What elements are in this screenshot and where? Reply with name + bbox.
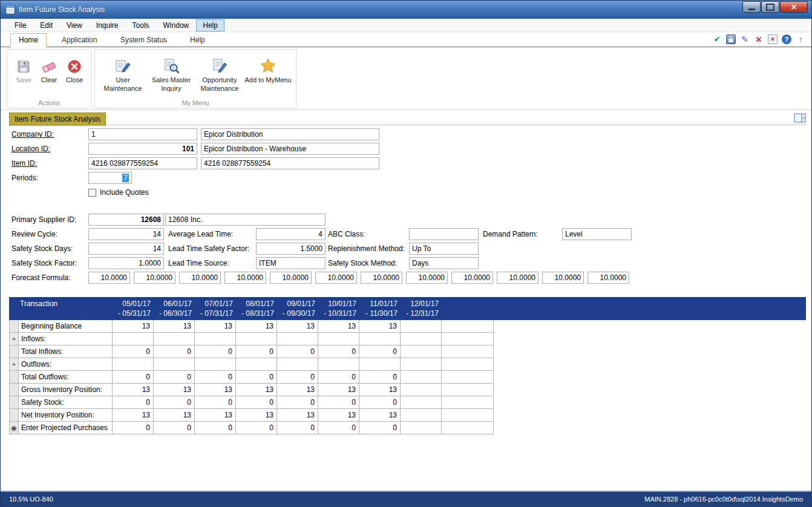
location-id-label[interactable]: Location ID:	[11, 145, 88, 153]
grid-cell[interactable]	[277, 333, 318, 345]
clear-button[interactable]: Clear	[37, 53, 61, 86]
periods-input[interactable]: 7	[88, 172, 132, 184]
grid-cell[interactable]: 13	[277, 384, 318, 396]
grid-cell[interactable]: 13	[359, 384, 401, 396]
delete-record-icon[interactable]: ✕	[754, 34, 764, 44]
grid-cell[interactable]	[401, 409, 442, 422]
safety-stock-days-field[interactable]: 14	[88, 243, 164, 255]
save-record-icon[interactable]: ✔	[712, 34, 722, 44]
ribbon-tab-application[interactable]: Application	[54, 34, 105, 47]
grid-cell[interactable]: 13	[236, 320, 277, 333]
grid-cell[interactable]: 13	[236, 384, 277, 396]
window-layout-icon[interactable]	[794, 113, 806, 125]
grid-cell[interactable]	[277, 358, 318, 371]
menu-edit[interactable]: Edit	[33, 19, 59, 31]
save-disk-icon[interactable]	[726, 34, 736, 44]
forecast-field[interactable]: 10.0000	[88, 272, 130, 284]
grid-cell[interactable]: 0	[318, 345, 359, 358]
forecast-field[interactable]: 10.0000	[315, 272, 357, 284]
lead-time-safety-factor-field[interactable]: 1.5000	[256, 243, 326, 255]
period-column-header[interactable]: 07/01/17- 07/31/17	[195, 297, 236, 320]
grid-cell[interactable]: 0	[154, 371, 195, 384]
grid-cell[interactable]: 0	[154, 422, 195, 434]
grid-cell[interactable]: 0	[113, 422, 154, 434]
row-marker-icon[interactable]: ◉	[9, 422, 19, 434]
avg-lead-time-field[interactable]: 4	[256, 228, 326, 240]
forecast-field[interactable]: 10.0000	[497, 272, 539, 284]
location-id-input[interactable]: 101	[88, 143, 197, 155]
ribbon-tab-help[interactable]: Help	[182, 34, 213, 47]
menu-window[interactable]: Window	[157, 19, 196, 31]
sales-master-inquiry-button[interactable]: Sales Master Inquiry	[148, 53, 195, 94]
grid-cell[interactable]	[359, 358, 401, 371]
grid-cell[interactable]	[154, 358, 195, 371]
grid-cell[interactable]	[401, 384, 442, 396]
period-column-header[interactable]: 10/01/17- 10/31/17	[318, 297, 359, 320]
grid-cell[interactable]: 13	[195, 384, 236, 396]
period-column-header[interactable]: 12/01/17- 12/31/17	[401, 297, 442, 320]
menu-help[interactable]: Help	[196, 19, 224, 31]
expand-icon[interactable]: +	[9, 358, 19, 371]
expand-icon[interactable]: +	[9, 333, 19, 345]
forecast-field[interactable]: 10.0000	[542, 272, 584, 284]
grid-cell[interactable]: 13	[154, 384, 195, 396]
grid-cell[interactable]: 13	[154, 320, 195, 333]
grid-cell[interactable]	[359, 333, 401, 345]
item-id-input[interactable]: 4216 028877559254	[88, 157, 197, 169]
forecast-field[interactable]: 10.0000	[588, 272, 629, 284]
grid-cell[interactable]	[113, 333, 154, 345]
grid-cell[interactable]: 0	[359, 422, 401, 434]
grid-cell[interactable]	[113, 358, 154, 371]
grid-cell[interactable]	[195, 333, 236, 345]
grid-cell[interactable]: 13	[277, 320, 318, 333]
grid-cell[interactable]: 0	[195, 396, 236, 409]
maximize-button[interactable]	[761, 1, 779, 13]
grid-cell[interactable]: 0	[318, 371, 359, 384]
menu-view[interactable]: View	[60, 19, 89, 31]
period-column-header[interactable]: 11/01/17- 11/30/17	[359, 297, 401, 320]
grid-cell[interactable]: 0	[359, 345, 401, 358]
grid-cell[interactable]	[401, 345, 442, 358]
grid-cell[interactable]: 13	[113, 409, 154, 422]
grid-cell[interactable]	[401, 320, 442, 333]
period-column-header[interactable]: 09/01/17- 09/30/17	[277, 297, 318, 320]
grid-cell[interactable]: 13	[359, 409, 401, 422]
grid-cell[interactable]: 0	[113, 345, 154, 358]
ribbon-tab-system-status[interactable]: System Status	[113, 34, 175, 47]
minimize-button[interactable]	[742, 1, 761, 13]
company-id-input[interactable]: 1	[88, 128, 197, 140]
jump-top-icon[interactable]: ↑	[796, 34, 805, 44]
grid-cell[interactable]: 0	[113, 396, 154, 409]
grid-cell[interactable]: 0	[277, 422, 318, 434]
grid-cell[interactable]: 0	[359, 371, 401, 384]
grid-cell[interactable]: 0	[277, 371, 318, 384]
review-cycle-field[interactable]: 14	[88, 228, 164, 240]
forecast-field[interactable]: 10.0000	[270, 272, 312, 284]
grid-cell[interactable]	[236, 358, 277, 371]
grid-cell[interactable]: 0	[195, 371, 236, 384]
grid-cell[interactable]	[401, 333, 442, 345]
item-id-label[interactable]: Item ID:	[11, 159, 88, 168]
grid-cell[interactable]: 13	[277, 409, 318, 422]
grid-cell[interactable]	[318, 358, 359, 371]
period-column-header[interactable]: 05/01/17- 05/31/17	[113, 297, 154, 320]
grid-cell[interactable]: 13	[318, 384, 359, 396]
grid-cell[interactable]: 13	[318, 409, 359, 422]
safety-stock-method-field[interactable]: Days	[409, 257, 479, 269]
ribbon-tab-home[interactable]: Home	[10, 33, 47, 47]
grid-cell[interactable]: 0	[277, 396, 318, 409]
grid-cell[interactable]: 0	[195, 345, 236, 358]
grid-cell[interactable]: 13	[154, 409, 195, 422]
grid-cell[interactable]	[154, 333, 195, 345]
close-button[interactable]: Close	[62, 53, 87, 86]
grid-cell[interactable]	[401, 358, 442, 371]
edit-note-icon[interactable]: ✎	[740, 34, 750, 44]
forecast-field[interactable]: 10.0000	[451, 272, 493, 284]
company-id-label[interactable]: Company ID:	[11, 130, 88, 139]
close-record-icon[interactable]: ✕	[768, 34, 778, 44]
forecast-field[interactable]: 10.0000	[361, 272, 402, 284]
demand-pattern-field[interactable]: Level	[562, 228, 632, 240]
grid-cell[interactable]: 13	[195, 409, 236, 422]
lead-time-source-field[interactable]: ITEM	[256, 257, 326, 269]
grid-cell[interactable]	[318, 333, 359, 345]
